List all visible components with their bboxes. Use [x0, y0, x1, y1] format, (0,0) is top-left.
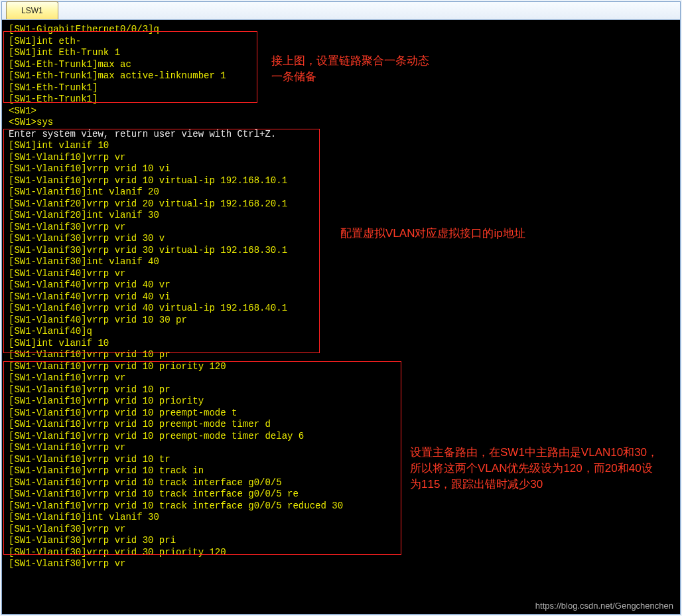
terminal-line: Enter system view, return user view with…	[9, 129, 676, 141]
terminal-line: [SW1-Vlanif40]q	[9, 326, 676, 338]
terminal-window: LSW1 [SW1-GigabitEthernet0/0/3]q[SW1]int…	[1, 1, 681, 615]
terminal-line: [SW1-Vlanif30]vrrp vrid 30 pri	[9, 535, 676, 547]
terminal-line: [SW1-Vlanif40]vrrp vrid 40 vi	[9, 291, 676, 303]
terminal-line: [SW1-Vlanif10]vrrp vrid 10 priority	[9, 396, 676, 408]
terminal-line: [SW1-Eth-Trunk1]max ac	[9, 59, 676, 71]
terminal-line: [SW1]int vlanif 10	[9, 338, 676, 350]
terminal-line: [SW1-Vlanif10]int vlanif 20	[9, 187, 676, 198]
terminal-line: [SW1-GigabitEthernet0/0/3]q	[9, 24, 676, 36]
terminal-line: [SW1-Vlanif20]int vlanif 30	[9, 210, 676, 222]
terminal-line: [SW1-Vlanif10]vrrp vr	[9, 442, 676, 454]
terminal-line: [SW1]int eth-	[9, 36, 676, 48]
terminal-line: [SW1-Vlanif10]vrrp vrid 10 preempt-mode …	[9, 431, 676, 443]
terminal-line: [SW1-Vlanif10]vrrp vrid 10 track interfa…	[9, 501, 676, 512]
terminal-line: [SW1-Vlanif10]vrrp vrid 10 preempt-mode …	[9, 419, 676, 431]
terminal-line: [SW1-Vlanif10]vrrp vrid 10 priority 120	[9, 361, 676, 373]
terminal-line: [SW1-Vlanif10]vrrp vrid 10 track interfa…	[9, 477, 676, 489]
terminal-line: [SW1-Vlanif10]vrrp vr	[9, 152, 676, 164]
terminal-line: [SW1-Vlanif10]vrrp vrid 10 track interfa…	[9, 489, 676, 501]
terminal-line: [SW1-Vlanif10]vrrp vrid 10 virtual-ip 19…	[9, 175, 676, 187]
terminal-line: [SW1-Vlanif30]vrrp vrid 30 virtual-ip 19…	[9, 245, 676, 257]
terminal-line: [SW1-Vlanif10]vrrp vrid 10 pr	[9, 349, 676, 361]
terminal-line: [SW1-Eth-Trunk1]	[9, 82, 676, 94]
terminal-line: [SW1-Vlanif40]vrrp vr	[9, 268, 676, 280]
terminal-line: [SW1-Vlanif10]vrrp vrid 10 track in	[9, 465, 676, 477]
terminal-line: [SW1-Vlanif30]vrrp vrid 30 v	[9, 233, 676, 245]
terminal-line: [SW1-Vlanif30]vrrp vrid 30 priority 120	[9, 547, 676, 559]
terminal-line: [SW1-Vlanif30]vrrp vr	[9, 524, 676, 536]
terminal-line: [SW1]int Eth-Trunk 1	[9, 47, 676, 59]
terminal-line: [SW1-Vlanif10]int vlanif 30	[9, 512, 676, 524]
terminal-line: [SW1-Vlanif40]vrrp vrid 40 virtual-ip 19…	[9, 303, 676, 315]
tab-lsw1[interactable]: LSW1	[6, 1, 58, 19]
terminal-line: [SW1-Vlanif10]vrrp vrid 10 tr	[9, 454, 676, 466]
terminal-line: [SW1-Vlanif10]vrrp vrid 10 pr	[9, 384, 676, 396]
terminal-area[interactable]: [SW1-GigabitEthernet0/0/3]q[SW1]int eth-…	[2, 20, 680, 614]
terminal-line: [SW1-Vlanif10]vrrp vrid 10 preempt-mode …	[9, 408, 676, 420]
watermark: https://blog.csdn.net/Gengchenchen	[535, 600, 673, 612]
tab-bar: LSW1	[2, 2, 680, 20]
terminal-line: [SW1-Vlanif30]int vlanif 40	[9, 256, 676, 268]
terminal-line: <SW1>	[9, 106, 676, 117]
terminal-line: <SW1>sys	[9, 117, 676, 129]
terminal-line: [SW1-Vlanif40]vrrp vrid 40 vr	[9, 279, 676, 291]
terminal-line: [SW1-Vlanif10]vrrp vr	[9, 372, 676, 384]
terminal-line: [SW1-Eth-Trunk1]max active-linknumber 1	[9, 70, 676, 82]
terminal-line: [SW1-Vlanif30]vrrp vr	[9, 558, 676, 570]
terminal-line: [SW1-Vlanif20]vrrp vrid 20 virtual-ip 19…	[9, 198, 676, 210]
terminal-line: [SW1]int vlanif 10	[9, 140, 676, 152]
terminal-line: [SW1-Vlanif10]vrrp vrid 10 vi	[9, 163, 676, 175]
tab-label: LSW1	[21, 6, 43, 15]
terminal-line: [SW1-Eth-Trunk1]	[9, 94, 676, 106]
terminal-line: [SW1-Vlanif30]vrrp vr	[9, 222, 676, 234]
terminal-line: [SW1-Vlanif40]vrrp vrid 10 30 pr	[9, 315, 676, 327]
